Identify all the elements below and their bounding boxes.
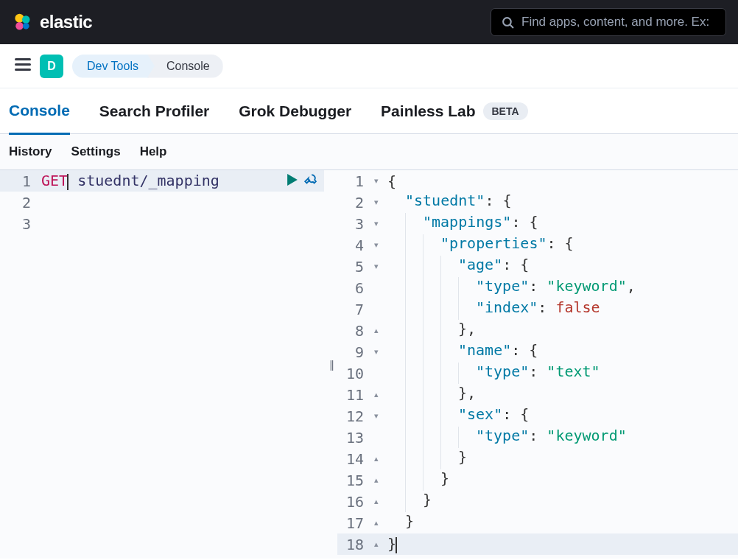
line-number: 9 [337,343,374,361]
response-line: 7"index": false [337,298,738,320]
response-line: 11▴}, [337,384,738,405]
line-content: "type": "keyword", [387,277,636,298]
line-content: "stuednt": { [387,192,512,213]
play-icon [287,174,298,186]
fold-toggle[interactable]: ▾ [374,197,387,207]
line-content: } [387,512,414,533]
pane-resize-handle[interactable]: ‖ [324,170,337,559]
request-options-button[interactable] [303,173,317,189]
breadcrumb-devtools[interactable]: Dev Tools [72,55,156,78]
fold-toggle[interactable]: ▾ [374,240,387,250]
fold-toggle[interactable]: ▴ [374,518,387,528]
console-subnav: History Settings Help [0,134,738,169]
breadcrumb-bar: D Dev Tools Console [0,44,738,88]
line-number: 18 [337,536,374,553]
fold-toggle[interactable]: ▴ [374,475,387,485]
tab-search-profiler[interactable]: Search Profiler [99,89,209,133]
response-line: 17▴} [337,512,738,533]
response-line: 1▾{ [337,170,738,192]
line-content: "age": { [387,256,529,277]
line-content: "name": { [387,341,538,363]
line-number: 4 [337,237,374,254]
tab-painless-lab[interactable]: Painless Lab BETA [381,89,527,133]
fold-toggle[interactable]: ▾ [374,262,387,271]
fold-toggle[interactable]: ▾ [374,411,387,421]
devtools-tabs: Console Search Profiler Grok Debugger Pa… [0,88,738,134]
logo[interactable]: elastic [12,12,92,32]
fold-toggle[interactable]: ▴ [374,390,387,399]
response-line: 8▴}, [337,320,738,341]
line-number: 1 [0,172,41,190]
fold-toggle[interactable]: ▾ [374,176,387,186]
subnav-settings[interactable]: Settings [71,144,121,159]
svg-point-2 [15,22,24,30]
line-number: 5 [337,258,374,276]
line-number: 14 [337,450,374,468]
line-content: "properties": { [387,234,574,256]
fold-toggle[interactable]: ▴ [374,326,387,335]
request-editor[interactable]: 1GET stuednt/_mapping23 [0,170,324,559]
line-content: "type": "keyword" [387,427,627,448]
line-number: 11 [337,386,374,404]
global-search-input[interactable]: Find apps, content, and more. Ex: [491,8,726,36]
line-number: 16 [337,493,374,511]
svg-point-1 [22,15,30,24]
line-content: } [387,448,467,469]
svg-rect-6 [15,58,31,60]
editor-region: 1GET stuednt/_mapping23 ‖ 1▾{2▾"stuednt"… [0,169,738,559]
space-selector[interactable]: D [40,55,63,78]
wrench-icon [303,173,317,186]
line-number: 3 [0,215,41,233]
global-header: elastic Find apps, content, and more. Ex… [0,0,738,44]
response-line: 18▴} [337,533,738,555]
fold-toggle[interactable]: ▾ [374,219,387,228]
beta-badge: BETA [483,102,528,120]
svg-rect-8 [15,69,31,71]
send-request-button[interactable] [287,174,298,189]
response-viewer[interactable]: 1▾{2▾"stuednt": {3▾"mappings": {4▾"prope… [337,170,738,559]
line-content: "index": false [387,298,600,320]
line-number: 10 [337,365,374,382]
fold-toggle[interactable]: ▴ [374,539,387,549]
editor-line[interactable]: 2 [0,192,324,213]
line-content: } [387,491,432,512]
line-number: 7 [337,301,374,318]
search-icon [502,16,514,29]
response-line: 12▾"sex": { [337,405,738,427]
response-line: 15▴} [337,469,738,491]
nav-toggle-button[interactable] [15,58,31,74]
line-number: 12 [337,407,374,425]
line-content: } [387,535,397,553]
fold-toggle[interactable]: ▴ [374,454,387,463]
breadcrumb: Dev Tools Console [72,55,223,78]
breadcrumb-console[interactable]: Console [147,55,223,78]
subnav-help[interactable]: Help [140,144,167,159]
editor-line[interactable]: 1GET stuednt/_mapping [0,170,324,192]
response-line: 16▴} [337,491,738,512]
tab-grok-debugger[interactable]: Grok Debugger [239,89,351,133]
line-content: "mappings": { [387,213,538,234]
response-line: 9▾"name": { [337,341,738,363]
response-line: 5▾"age": { [337,256,738,277]
fold-toggle[interactable]: ▾ [374,347,387,357]
line-number: 17 [337,514,374,532]
hamburger-icon [15,58,31,71]
line-number: 1 [337,172,374,190]
logo-text: elastic [40,12,92,32]
response-line: 14▴} [337,448,738,469]
line-number: 2 [337,194,374,211]
subnav-history[interactable]: History [9,144,52,159]
response-line: 3▾"mappings": { [337,213,738,234]
line-number: 2 [0,194,41,211]
response-line: 10"type": "text" [337,363,738,384]
editor-line[interactable]: 3 [0,213,324,234]
svg-point-3 [23,23,29,29]
line-content: GET stuednt/_mapping [41,172,219,190]
line-content: "type": "text" [387,363,600,384]
tab-console[interactable]: Console [9,88,70,135]
svg-line-5 [510,24,513,27]
fold-toggle[interactable]: ▴ [374,497,387,506]
line-number: 15 [337,472,374,489]
request-actions [287,173,317,189]
svg-marker-9 [287,174,298,186]
